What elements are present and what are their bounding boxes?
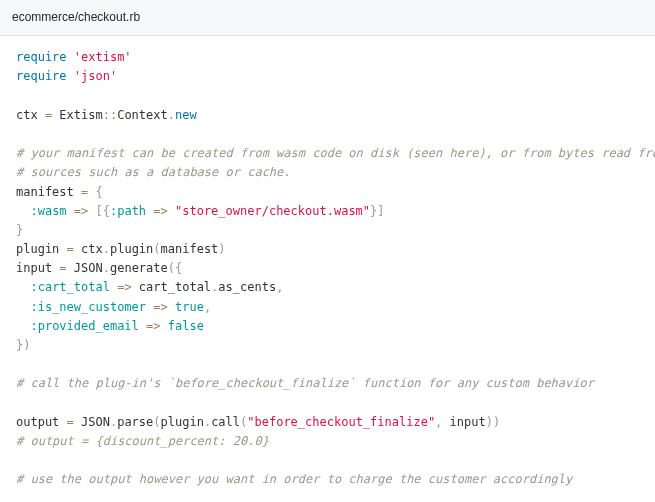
token-kw: require [16, 69, 74, 83]
token-id [67, 204, 74, 218]
token-id [16, 204, 30, 218]
token-str: "store_owner/checkout.wasm" [175, 204, 370, 218]
token-id: parse [117, 415, 153, 429]
token-str: 'extism' [74, 50, 132, 64]
token-id: JSON [67, 261, 103, 275]
code-line: ctx = Extism::Context.new [16, 106, 639, 125]
code-line: require 'json' [16, 67, 639, 86]
token-sym: :provided_email [30, 319, 138, 333]
token-str: 'json' [74, 69, 117, 83]
token-id: generate [110, 261, 168, 275]
token-id: manifest [16, 185, 81, 199]
token-op: => [146, 319, 160, 333]
code-block: require 'extism'require 'json' ctx = Ext… [0, 36, 655, 502]
code-line: :provided_email => false [16, 317, 639, 336]
token-punc: ) [218, 242, 225, 256]
code-line [16, 451, 639, 470]
token-op: => [117, 280, 131, 294]
token-op: => [153, 300, 167, 314]
token-sym: :path [110, 204, 146, 218]
code-line: # your manifest can be created from wasm… [16, 144, 639, 163]
code-line: # sources such as a database or cache. [16, 163, 639, 182]
token-id: ctx [16, 108, 45, 122]
token-punc: } [16, 223, 23, 237]
token-id: Context [117, 108, 168, 122]
token-bool: false [168, 319, 204, 333]
token-punc: . [103, 261, 110, 275]
token-str: "before_checkout_finalize" [247, 415, 435, 429]
token-id [168, 204, 175, 218]
token-punc: , [204, 300, 211, 314]
file-path-header: ecommerce/checkout.rb [0, 0, 655, 36]
token-cmt: # sources such as a database or cache. [16, 165, 291, 179]
token-cmt: # your manifest can be created from wasm… [16, 146, 655, 160]
token-bool: true [175, 300, 204, 314]
token-id: input [450, 415, 486, 429]
token-punc: , [435, 415, 449, 429]
token-punc: [{ [88, 204, 110, 218]
code-line [16, 394, 639, 413]
token-id [16, 319, 30, 333]
token-id: plugin [161, 415, 204, 429]
code-line [16, 490, 639, 503]
token-punc: )) [486, 415, 500, 429]
token-punc: , [276, 280, 283, 294]
code-line: plugin = ctx.plugin(manifest) [16, 240, 639, 259]
token-punc: . [103, 242, 110, 256]
token-op: => [74, 204, 88, 218]
token-cmt: # use the output however you want in ord… [16, 472, 572, 486]
token-id: call [211, 415, 240, 429]
code-line: } [16, 221, 639, 240]
token-id: manifest [161, 242, 219, 256]
token-id [168, 300, 175, 314]
token-id: as_cents [218, 280, 276, 294]
code-line: # output = {discount_percent: 20.0} [16, 432, 639, 451]
token-id: ctx [74, 242, 103, 256]
code-line: require 'extism' [16, 48, 639, 67]
token-id: plugin [110, 242, 153, 256]
token-id: Extism [52, 108, 103, 122]
token-punc: }] [370, 204, 384, 218]
code-line: :is_new_customer => true, [16, 298, 639, 317]
file-path-text: ecommerce/checkout.rb [12, 10, 140, 24]
token-id: input [16, 261, 59, 275]
token-sym: :is_new_customer [30, 300, 146, 314]
code-line: :wasm => [{:path => "store_owner/checkou… [16, 202, 639, 221]
token-punc: { [88, 185, 102, 199]
code-line: input = JSON.generate({ [16, 259, 639, 278]
token-cmt: # call the plug-in's `before_checkout_fi… [16, 376, 594, 390]
code-line [16, 125, 639, 144]
token-punc: }) [16, 338, 30, 352]
token-id: cart_total [132, 280, 211, 294]
code-line: output = JSON.parse(plugin.call("before_… [16, 413, 639, 432]
code-line: # call the plug-in's `before_checkout_fi… [16, 374, 639, 393]
token-id: plugin [16, 242, 67, 256]
code-line [16, 355, 639, 374]
token-kw: require [16, 50, 74, 64]
token-sym: :wasm [30, 204, 66, 218]
code-line: # use the output however you want in ord… [16, 470, 639, 489]
token-op: => [153, 204, 167, 218]
token-punc: ( [153, 415, 160, 429]
token-sym: :cart_total [30, 280, 109, 294]
token-cmt: # output = {discount_percent: 20.0} [16, 434, 269, 448]
token-op: = [67, 242, 74, 256]
token-op: = [67, 415, 74, 429]
token-op: :: [103, 108, 117, 122]
token-op: = [59, 261, 66, 275]
code-line [16, 87, 639, 106]
token-id: output [16, 415, 67, 429]
code-line: }) [16, 336, 639, 355]
token-punc: ({ [168, 261, 182, 275]
code-line: manifest = { [16, 183, 639, 202]
token-id: JSON [74, 415, 110, 429]
token-id [16, 280, 30, 294]
token-punc: ( [153, 242, 160, 256]
token-id [161, 319, 168, 333]
token-id [139, 319, 146, 333]
token-punc: . [168, 108, 175, 122]
token-id [16, 300, 30, 314]
code-line: :cart_total => cart_total.as_cents, [16, 278, 639, 297]
token-kw: new [175, 108, 197, 122]
